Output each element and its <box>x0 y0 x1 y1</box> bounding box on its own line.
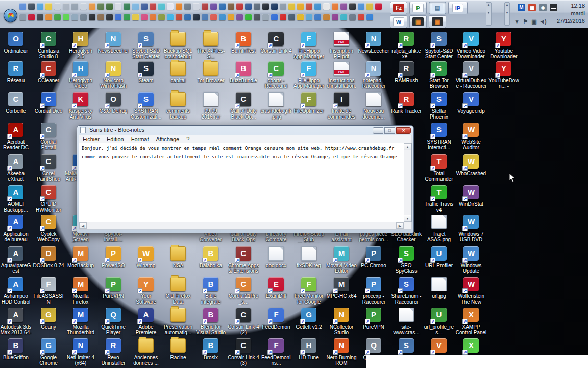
desktop-icon[interactable]: HHD Tune <box>293 338 325 360</box>
quicklaunch-icon[interactable] <box>158 3 165 10</box>
desktop-icon[interactable]: DDOSBox 0.74 <box>33 246 64 268</box>
quicklaunch-icon[interactable] <box>19 14 26 20</box>
desktop-icon[interactable]: url.jpg <box>423 277 455 299</box>
desktop-icon[interactable]: SSpybot-S&D Start Center <box>423 32 455 59</box>
desktop-icon[interactable]: BBrosix <box>195 338 227 360</box>
desktop-icon[interactable]: AAutodesk 3ds Max 2013 64-bit <box>0 308 32 336</box>
scroll-down-button[interactable]: ▼ <box>404 215 411 222</box>
desktop-icon[interactable]: VVirtualDub.exe - Raccourci (2) <box>455 61 487 89</box>
desktop-icon[interactable]: TTotal Commander ... <box>423 154 455 182</box>
quicklaunch-icon[interactable] <box>124 3 130 10</box>
quicklaunch-icon[interactable] <box>141 3 148 10</box>
desktop-icon[interactable]: FFileASSASSIN <box>33 277 64 305</box>
desktop-icon[interactable]: YYouTubeDown... - Raccourci <box>488 61 520 89</box>
quicklaunch-icon[interactable] <box>71 3 78 10</box>
quicklaunch-icon[interactable] <box>280 3 286 10</box>
desktop-icon[interactable]: NNewsLeecher <box>97 32 129 54</box>
desktop-icon[interactable]: AAshampoo HDD Control 3 Cor... <box>0 277 32 305</box>
desktop-icon[interactable]: BBible intégrale <box>195 277 227 305</box>
quicklaunch-icon[interactable] <box>63 3 69 10</box>
taskbar-button-word[interactable]: W <box>390 15 407 28</box>
desktop-icon[interactable]: GGeany <box>33 308 64 330</box>
desktop-icon[interactable]: AAcrobat Reader DC <box>0 123 32 150</box>
shield-tray-icon[interactable]: ◈ <box>539 4 547 11</box>
quicklaunch-icon[interactable] <box>124 14 130 20</box>
desktop-icon[interactable]: NSA <box>162 246 194 268</box>
desktop-icon[interactable]: Racine <box>162 338 194 360</box>
desktop-icon[interactable]: GGetleft v1.2 <box>293 308 325 330</box>
toolbar-scrollbar-1[interactable]: ▲▼ <box>486 2 492 26</box>
desktop-icon[interactable]: SSpybot S&D Start Center <box>130 32 162 59</box>
volume-icon[interactable]: ◄) <box>539 18 547 26</box>
desktop-icon[interactable]: TTraffic Travis v4 <box>423 185 455 213</box>
network-icon[interactable]: ▣ <box>530 18 538 26</box>
desktop-icon[interactable]: PDFInscription PE.pdf <box>326 32 357 59</box>
desktop-icon[interactable]: RRAMRush <box>390 61 422 83</box>
taskbar-button-screen-capture-1[interactable]: ▣ <box>409 15 427 28</box>
desktop-icon[interactable]: 09 09 2016.rar <box>195 92 227 120</box>
quicklaunch-icon[interactable] <box>306 3 312 10</box>
desktop-icon[interactable]: PPureVPN <box>358 308 389 330</box>
desktop-icon[interactable]: CCPUID HWMonitor <box>33 185 64 213</box>
desktop-icon[interactable]: HHeroglyph Video Worksh... <box>65 61 96 89</box>
quicklaunch-icon[interactable] <box>132 14 139 20</box>
quicklaunch-icon[interactable] <box>349 14 356 20</box>
desktop-icon[interactable]: Anciennes données ... <box>130 338 162 366</box>
desktop-icon[interactable]: WWindows 7 USB DVD Downloa... <box>455 215 487 243</box>
quicklaunch-icon[interactable] <box>236 14 243 20</box>
quicklaunch-icon[interactable] <box>375 3 382 10</box>
taskbar-button-purevpn[interactable]: P <box>409 2 427 14</box>
desktop-icon[interactable]: FFileHippo App Manager (2) <box>293 32 325 60</box>
desktop-icon[interactable]: SSEO SpyGlass <box>390 246 422 274</box>
vertical-scrollbar[interactable]: ▲ ▼ <box>404 143 411 222</box>
desktop-icon[interactable]: WWinamp <box>130 246 162 268</box>
quicklaunch-icon[interactable] <box>167 14 174 20</box>
quicklaunch-icon[interactable] <box>358 3 364 10</box>
quicklaunch-icon[interactable] <box>340 3 347 10</box>
desktop-icon[interactable]: FFree Monitor for Google <box>293 277 325 305</box>
notepad-text-area[interactable]: Bonjour, j'ai décidé de vous montrer en … <box>79 143 412 222</box>
desktop-icon[interactable]: OO&O Defrag <box>97 92 129 114</box>
notepad-title-bar[interactable]: Sans titre - Bloc-notes — □ ✕ <box>77 126 413 135</box>
quicklaunch-icon[interactable] <box>80 14 87 20</box>
desktop-icon[interactable]: CCordial Dico <box>33 92 64 114</box>
desktop-icon[interactable]: site-www.cras... <box>390 308 422 335</box>
quicklaunch-icon[interactable] <box>314 14 321 20</box>
show-hidden-icons-icon[interactable]: ▾ <box>513 18 521 26</box>
start-button[interactable] <box>4 9 17 22</box>
desktop-icon[interactable]: BBlend for Visual Studio 2015 <box>195 308 227 336</box>
quicklaunch-icon[interactable] <box>106 14 113 20</box>
quicklaunch-icon[interactable] <box>132 3 139 10</box>
desktop-icon[interactable]: NNero Burning ROM <box>326 338 357 366</box>
quicklaunch-icon[interactable] <box>323 3 330 10</box>
quicklaunch-icon[interactable] <box>54 3 61 10</box>
desktop-icon[interactable]: CCordial21Pro_s... <box>228 277 259 305</box>
quicklaunch-icon[interactable] <box>254 3 260 10</box>
desktop-icon[interactable]: MMozBackup <box>65 246 96 268</box>
desktop-icon[interactable]: Uurl_profile_res... <box>423 308 455 335</box>
desktop-icon[interactable]: XXAMPP Control Panel <box>455 308 487 335</box>
maximize-button[interactable]: □ <box>384 127 395 134</box>
desktop-icon[interactable]: AApplication de bureau Auto... <box>0 215 32 243</box>
desktop-icon[interactable]: Trajet ASAS.png <box>423 215 455 242</box>
quicklaunch-icon[interactable] <box>219 14 226 20</box>
desktop-icon[interactable]: crashdebug.fr.png <box>260 92 292 120</box>
desktop-icon[interactable]: BBlueGriffon <box>0 338 32 360</box>
desktop-icon[interactable]: doc.docx <box>260 246 292 268</box>
desktop-icon[interactable]: GGoogle Chrome <box>33 338 64 366</box>
quicklaunch-icon[interactable] <box>80 3 87 10</box>
quicklaunch-icon[interactable] <box>141 14 148 20</box>
taskbar-button-screen-capture-2[interactable]: ▣ <box>429 15 446 28</box>
desktop-icon[interactable]: SSYSTRAN Interacti... <box>423 123 455 150</box>
desktop-icon[interactable]: CCorsair Link 4 (2) <box>228 308 259 335</box>
quicklaunch-icon[interactable] <box>210 14 217 20</box>
desktop-icon[interactable]: AAdobe Premiere Elements 11 <box>130 308 162 336</box>
taskbar-clock[interactable]: 12:18 mardi 27/12/2016 <box>549 2 585 25</box>
quicklaunch-icon[interactable] <box>245 3 252 10</box>
quicklaunch-icon[interactable] <box>193 14 200 20</box>
quicklaunch-icon[interactable] <box>202 3 208 10</box>
menu-item-edition[interactable]: Edition <box>103 136 128 142</box>
quicklaunch-icon[interactable] <box>71 14 78 20</box>
desktop-icon[interactable]: The X-Files-S... <box>195 32 227 59</box>
desktop-icon[interactable]: Nouveau docume... <box>358 92 389 120</box>
